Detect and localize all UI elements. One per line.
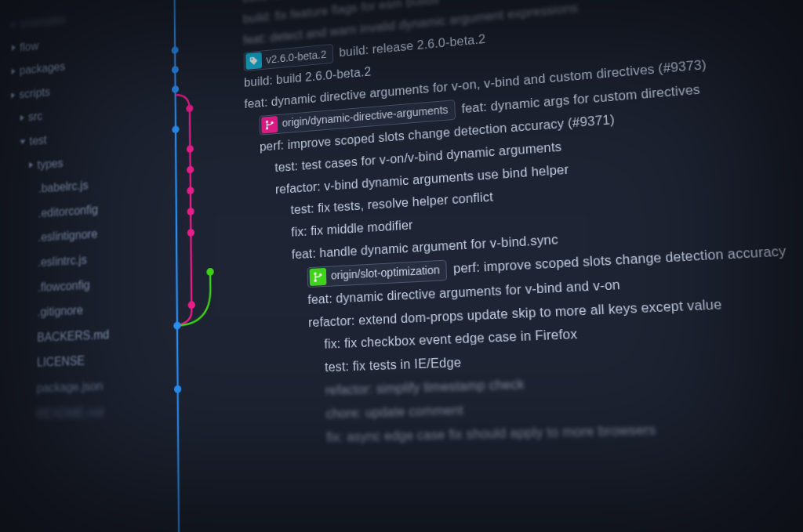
svg-point-13 xyxy=(206,268,213,276)
svg-point-2 xyxy=(172,85,179,93)
svg-point-9 xyxy=(187,186,194,194)
svg-point-8 xyxy=(187,166,194,174)
tree-item-label: packages xyxy=(20,55,66,83)
svg-point-16 xyxy=(266,127,268,130)
chevron-right-icon xyxy=(12,45,16,51)
svg-point-5 xyxy=(174,385,181,393)
tree-item-label: .eslintrc.js xyxy=(38,248,87,275)
svg-point-12 xyxy=(188,301,195,309)
file-tree-sidebar: examplesflowpackagesscriptssrctesttypes.… xyxy=(0,0,163,532)
svg-point-1 xyxy=(172,66,179,74)
tag-icon xyxy=(245,52,262,71)
chevron-right-icon xyxy=(12,22,16,28)
tree-item-label: .flowconfig xyxy=(38,272,90,300)
svg-point-3 xyxy=(172,125,179,133)
chevron-right-icon xyxy=(12,68,16,74)
tree-item-label: scripts xyxy=(19,80,50,107)
tree-item-label: src xyxy=(28,104,43,129)
tree-item-label: test xyxy=(29,128,46,154)
badge-label: v2.6.0-beta.2 xyxy=(266,46,326,68)
tree-item-label: BACKERS.md xyxy=(37,322,109,350)
svg-point-6 xyxy=(186,104,193,112)
chevron-right-icon xyxy=(20,115,24,121)
chevron-down-icon xyxy=(20,139,25,144)
svg-point-11 xyxy=(187,229,194,237)
branch-icon xyxy=(261,116,278,134)
chevron-right-icon xyxy=(29,162,33,168)
svg-point-4 xyxy=(173,322,180,330)
tree-item-label: types xyxy=(37,150,63,177)
tree-item-label: .eslintignore xyxy=(38,222,97,250)
branch-icon xyxy=(309,268,326,286)
tree-item-label: .babelrc.js xyxy=(38,173,89,201)
tree-item-label: package.json xyxy=(37,373,104,401)
tree-item-label: flow xyxy=(20,34,38,59)
tree-item-label: .editorconfig xyxy=(38,197,99,226)
tree-item-label: .gitignore xyxy=(37,298,82,325)
tree-item[interactable]: README.md xyxy=(7,397,153,427)
tree-item-label: LICENSE xyxy=(37,348,85,375)
svg-point-10 xyxy=(187,208,194,215)
commit-list: build: build 2.6.0-beta.2build: fix feat… xyxy=(242,0,803,451)
commit-message: test: fix tests in IE/Edge xyxy=(325,353,462,378)
svg-point-15 xyxy=(266,121,268,124)
svg-point-18 xyxy=(314,272,316,275)
commit-graph-lines xyxy=(159,0,254,532)
commit-graph-panel: build: build 2.6.0-beta.2build: fix feat… xyxy=(159,0,803,532)
commit-message: chore: update comment xyxy=(325,400,463,425)
svg-point-0 xyxy=(172,46,179,54)
tree-item-label: README.md xyxy=(36,399,104,426)
badge-label: origin/slot-optimization xyxy=(331,262,441,284)
tree-item-label: examples xyxy=(20,8,65,36)
svg-point-19 xyxy=(314,279,316,282)
svg-point-7 xyxy=(187,145,194,153)
chevron-right-icon xyxy=(11,92,15,98)
